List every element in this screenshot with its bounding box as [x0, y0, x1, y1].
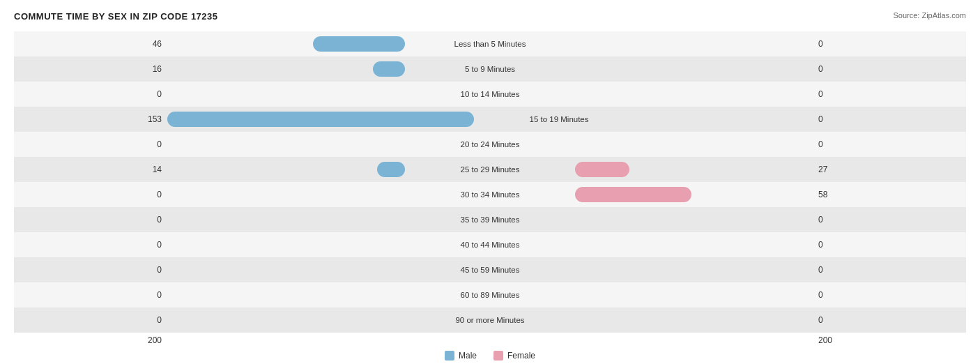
chart-row: 0 30 to 34 Minutes 58 — [14, 182, 966, 207]
left-bars — [167, 312, 406, 328]
male-value: 0 — [14, 190, 167, 199]
male-value: 0 — [14, 315, 167, 325]
female-value: 0 — [813, 315, 966, 325]
bars-container: 20 to 24 Minutes — [167, 132, 813, 157]
female-value: 0 — [813, 240, 966, 250]
legend-female-box — [493, 351, 503, 361]
bars-container: 40 to 44 Minutes — [167, 232, 813, 257]
chart-row: 0 45 to 59 Minutes 0 — [14, 257, 966, 282]
female-bar — [575, 162, 629, 177]
legend-male-label: Male — [459, 351, 477, 361]
chart-area: 46 Less than 5 Minutes 0 16 5 to 9 Minut… — [14, 31, 966, 361]
male-value: 0 — [14, 290, 167, 300]
axis-right-label: 200 — [813, 335, 966, 345]
female-value: 0 — [813, 64, 966, 74]
right-bars — [574, 287, 813, 303]
right-bars — [574, 137, 813, 152]
chart-row: 0 90 or more Minutes 0 — [14, 308, 966, 333]
left-bars — [167, 61, 406, 77]
female-bar — [575, 187, 691, 202]
male-value: 0 — [14, 240, 167, 250]
left-bars — [167, 137, 406, 152]
right-bars — [574, 262, 813, 278]
row-label: 30 to 34 Minutes — [406, 190, 574, 199]
left-bars — [167, 212, 406, 227]
bars-container: 90 or more Minutes — [167, 308, 813, 333]
male-bar — [167, 112, 474, 127]
female-value: 0 — [813, 215, 966, 225]
left-bars — [167, 237, 406, 252]
female-value: 0 — [813, 139, 966, 149]
row-label: 45 to 59 Minutes — [406, 266, 574, 274]
right-bars — [574, 187, 813, 202]
female-value: 0 — [813, 39, 966, 49]
left-bars — [167, 262, 406, 278]
row-label: 5 to 9 Minutes — [406, 65, 574, 73]
male-value: 46 — [14, 39, 167, 49]
right-bars — [574, 162, 813, 177]
chart-row: 0 20 to 24 Minutes 0 — [14, 132, 966, 157]
row-label: Less than 5 Minutes — [406, 40, 574, 48]
male-value: 0 — [14, 215, 167, 225]
right-bars — [574, 86, 813, 102]
bars-container: Less than 5 Minutes — [167, 31, 813, 56]
right-bars — [574, 312, 813, 328]
bars-container: 5 to 9 Minutes — [167, 56, 813, 82]
legend-female: Female — [493, 351, 535, 361]
male-value: 153 — [14, 114, 167, 124]
left-bars — [167, 112, 475, 127]
male-bar — [313, 36, 405, 52]
left-bars — [167, 162, 406, 177]
row-label: 90 or more Minutes — [406, 316, 574, 324]
legend: Male Female — [14, 351, 966, 361]
female-value: 58 — [813, 190, 966, 199]
male-value: 0 — [14, 265, 167, 275]
chart-title: COMMUTE TIME BY SEX IN ZIP CODE 17235 — [14, 11, 218, 22]
chart-row: 0 10 to 14 Minutes 0 — [14, 82, 966, 107]
bars-container: 60 to 89 Minutes — [167, 282, 813, 308]
legend-male: Male — [445, 351, 477, 361]
right-bars — [643, 112, 813, 127]
left-bars — [167, 86, 406, 102]
left-bars — [167, 187, 406, 202]
bars-container: 30 to 34 Minutes — [167, 182, 813, 207]
row-label: 40 to 44 Minutes — [406, 241, 574, 249]
right-bars — [574, 61, 813, 77]
row-label: 15 to 19 Minutes — [475, 115, 643, 123]
female-value: 0 — [813, 89, 966, 99]
left-bars — [167, 287, 406, 303]
female-value: 0 — [813, 290, 966, 300]
male-bar — [373, 61, 405, 77]
female-value: 0 — [813, 114, 966, 124]
chart-row: 14 25 to 29 Minutes 27 — [14, 157, 966, 182]
row-label: 10 to 14 Minutes — [406, 90, 574, 98]
row-label: 60 to 89 Minutes — [406, 291, 574, 299]
row-label: 25 to 29 Minutes — [406, 165, 574, 174]
female-value: 0 — [813, 265, 966, 275]
right-bars — [574, 237, 813, 252]
male-bar — [377, 162, 405, 177]
bars-container: 35 to 39 Minutes — [167, 207, 813, 232]
source-label: Source: ZipAtlas.com — [893, 11, 966, 20]
axis-left-label: 200 — [14, 335, 167, 345]
chart-row: 0 60 to 89 Minutes 0 — [14, 282, 966, 308]
male-value: 0 — [14, 139, 167, 149]
male-value: 14 — [14, 165, 167, 174]
chart-row: 46 Less than 5 Minutes 0 — [14, 31, 966, 56]
chart-row: 16 5 to 9 Minutes 0 — [14, 56, 966, 82]
chart-row: 0 35 to 39 Minutes 0 — [14, 207, 966, 232]
left-bars — [167, 36, 406, 52]
bars-container: 10 to 14 Minutes — [167, 82, 813, 107]
legend-female-label: Female — [507, 351, 535, 361]
row-label: 20 to 24 Minutes — [406, 140, 574, 149]
right-bars — [574, 212, 813, 227]
chart-row: 0 40 to 44 Minutes 0 — [14, 232, 966, 257]
bars-container: 25 to 29 Minutes — [167, 157, 813, 182]
row-label: 35 to 39 Minutes — [406, 215, 574, 224]
legend-male-box — [445, 351, 454, 361]
axis-row: 200 200 — [14, 335, 966, 345]
female-value: 27 — [813, 165, 966, 174]
bars-container: 45 to 59 Minutes — [167, 257, 813, 282]
bars-container: 15 to 19 Minutes — [167, 107, 813, 132]
right-bars — [574, 36, 813, 52]
